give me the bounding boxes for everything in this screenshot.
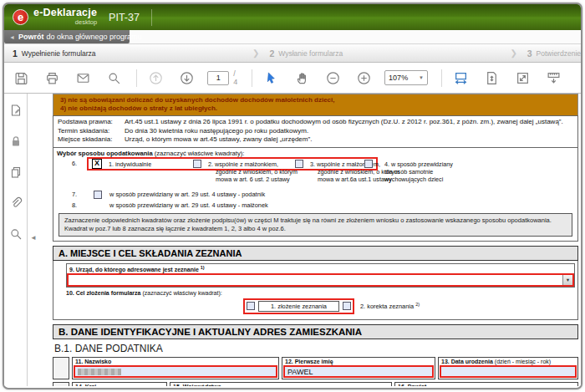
first-name-input[interactable]: PAWEL (283, 365, 434, 378)
section-a-header: A. MIEJSCE I CEL SKŁADANIA ZEZNANIA (53, 246, 578, 261)
filing-option-2-footnote-mark: 2) (415, 302, 420, 307)
zoom-in-button[interactable] (354, 68, 374, 88)
document-toolbar: 1 / 4 107% ▼ (4, 63, 581, 94)
zoom-level-select[interactable]: 107% ▼ (384, 70, 428, 85)
field-12-label: 12. Pierwsze imię (282, 358, 435, 365)
lock-button[interactable] (8, 133, 24, 150)
legal-text: Art.45 ust.1 ustawy z dnia 26 lipca 1991… (125, 118, 573, 126)
field-7-number: 7. (72, 191, 94, 198)
field-9-footnote-mark: 1) (201, 265, 205, 270)
option-2-line2: zgodnie z wnioskiem, o którym (208, 168, 298, 176)
legal-label: Podstawa prawna: (58, 118, 125, 126)
field-10-label: 10. Cel złożenia formularza (66, 290, 140, 296)
checkbox-single-parent[interactable] (364, 160, 373, 168)
arrow-up-circle-icon (149, 71, 163, 85)
notice-line-4: 4) nie obniżają dochodów o straty z lat … (60, 104, 574, 113)
checkbox-individual[interactable]: X (92, 159, 102, 169)
taxation-choice-section: Wybór sposobu opodatkowania (zaznaczyć w… (53, 147, 578, 242)
fit-page-icon (485, 71, 499, 85)
select-tool-button[interactable] (261, 68, 281, 88)
tax-office-dropdown[interactable]: ▼ (67, 273, 574, 287)
search-panel-button[interactable] (8, 226, 24, 242)
field-6-taxation-options: 6. X 1. indywidualnie 2. wspólnie z małż… (57, 157, 574, 188)
email-button[interactable] (73, 68, 93, 88)
section-b-header: B. DANE IDENTYFIKACYJNE I AKTUALNY ADRES… (53, 324, 578, 339)
toolbar-separator (136, 69, 137, 87)
presentation-button[interactable] (543, 68, 563, 88)
step-1-fill-form[interactable]: 1 Wypełnienie formularza (4, 44, 251, 62)
chevron-down-icon: ▼ (419, 75, 424, 80)
checkbox-art29-taxpayer[interactable] (94, 191, 102, 199)
attachments-button[interactable] (8, 195, 24, 211)
checkbox-joint-spouse-6a[interactable] (295, 160, 303, 168)
save-button[interactable] (11, 68, 31, 88)
field-8-number: 8. (72, 201, 94, 209)
step-3-number: 3 (527, 48, 532, 59)
field-13-label: 13. Data urodzenia (dzień - miesiąc - ro… (439, 358, 577, 365)
legal-basis-section: Podstawa prawna: Art.45 ust.1 ustawy z d… (53, 115, 578, 148)
checkbox-joint-spouse[interactable] (193, 160, 201, 168)
zoom-out-button[interactable] (323, 68, 343, 88)
printer-icon (45, 71, 59, 85)
option-2-label: 2. wspólnie z małżonkiem, zgodnie z wnio… (208, 160, 298, 183)
titlebar-separator (151, 9, 152, 26)
row-gutter-cell (53, 382, 69, 386)
redacted-value (78, 369, 121, 375)
zoom-level-value: 107% (389, 74, 408, 82)
page-number-input[interactable]: 1 (207, 71, 229, 85)
app-title: e-Deklaracje (33, 8, 97, 18)
field-14-label: 14. Kraj (73, 383, 166, 386)
back-to-main-tab[interactable]: ◄ Powrót do okna głównego programu (4, 30, 130, 43)
next-page-button[interactable] (176, 68, 196, 88)
lock-icon (9, 135, 23, 148)
print-button[interactable] (42, 68, 62, 88)
search-icon (9, 227, 23, 241)
copy-pages-button[interactable] (8, 164, 24, 181)
field-8-label: w sposób przewidziany w art. 29 ust. 4 u… (109, 201, 268, 209)
page-edit-icon (9, 104, 23, 117)
notice-band: 3) nie są obowiązani doliczać do uzyskan… (53, 94, 578, 116)
step-3-confirmation[interactable]: 3 Potwierdzenie (519, 44, 581, 62)
section-b1-header: B.1. DANE PODATNIKA (53, 339, 578, 357)
search-button[interactable] (104, 68, 124, 88)
app-logo-icon: e (13, 9, 28, 25)
search-icon (107, 71, 121, 85)
field-13-format-note: (dzień - miesiąc - rok) (495, 359, 551, 364)
choice-title-note: (zaznaczyć właściwe kwadraty): (155, 150, 245, 157)
previous-page-button[interactable] (145, 68, 165, 88)
app-subtitle: desktop (33, 18, 97, 27)
checkbox-filing-declaration[interactable] (247, 302, 255, 310)
taxpayer-fields-row-2: 14. Kraj POLSKA ▼ 15. Województwo ▼ 16 (53, 382, 578, 386)
field-10-options: 1. złożenie zeznania 2. korekta zeznania… (243, 298, 575, 314)
fit-page-button[interactable] (481, 68, 501, 88)
filing-option-2-text: 2. korekta zeznania (360, 303, 414, 311)
dropdown-arrow-icon[interactable]: ▼ (562, 275, 572, 285)
panel-collapse-handle[interactable]: ◄ (30, 234, 37, 242)
validation-highlight-box: 1. złożenie zeznania (243, 298, 354, 314)
legal-text: Do dnia 30 kwietnia roku następującego p… (125, 127, 573, 135)
fit-width-button[interactable] (450, 68, 471, 88)
surname-input[interactable] (74, 365, 277, 378)
field-11-surname: 11. Nazwisko (72, 357, 279, 379)
wizard-step-bar: 1 Wypełnienie formularza ❯ 2 Wysłanie fo… (4, 44, 581, 63)
step-3-label: Potwierdzenie (537, 49, 581, 58)
fullscreen-button[interactable] (512, 68, 532, 88)
option-4-line1: 4. w sposób przewidziany (384, 160, 453, 168)
field-14-country: 14. Kraj POLSKA ▼ (72, 382, 167, 386)
field-9-container: 9. Urząd, do którego adresowane jest zez… (66, 263, 575, 288)
step-separator-icon: ❯ (510, 48, 516, 58)
pit37-form-page: 3) nie są obowiązani doliczać do uzyskan… (53, 94, 578, 386)
page-total-label: / 4 (233, 69, 242, 86)
birth-date-input[interactable] (440, 365, 577, 378)
step-2-label: Wysłanie formularza (278, 49, 343, 58)
form-name-label: PIT-37 (109, 12, 140, 23)
save-icon (14, 71, 28, 85)
pan-tool-button[interactable] (292, 68, 312, 88)
checkbox-correction[interactable] (343, 302, 351, 310)
field-7-label: w sposób przewidziany w art. 29 ust. 4 u… (109, 191, 265, 198)
page-properties-button[interactable] (8, 102, 24, 119)
step-1-label: Wypełnienie formularza (22, 49, 96, 58)
envelope-icon (76, 71, 90, 85)
toolbar-separator (441, 69, 442, 87)
step-2-send-form[interactable]: 2 Wysłanie formularza (261, 44, 508, 62)
